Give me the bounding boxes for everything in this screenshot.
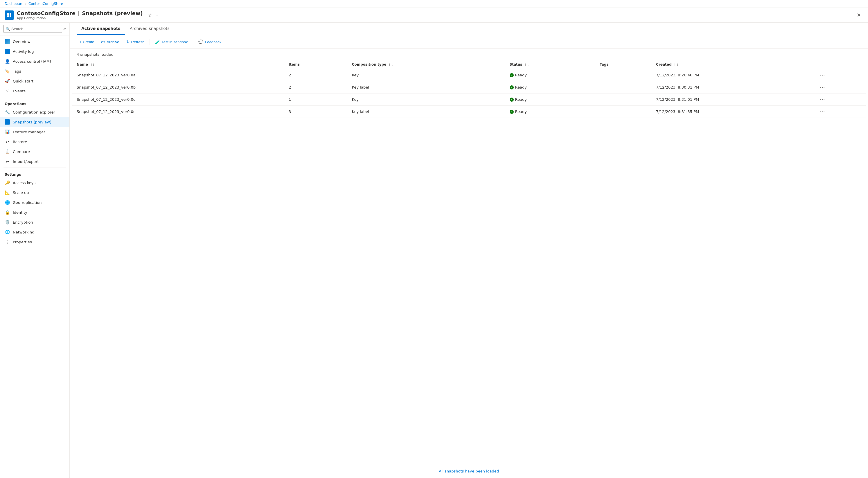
cell-composition-0: Key <box>347 69 505 81</box>
svg-rect-2 <box>7 15 9 17</box>
footer-loaded-message: All snapshots have been loaded <box>70 464 868 478</box>
cell-row-actions-2[interactable]: ··· <box>814 94 866 106</box>
keys-icon: 🔑 <box>5 180 10 185</box>
collapse-sidebar-button[interactable]: « <box>63 26 66 32</box>
sidebar-item-events[interactable]: ⚡ Events <box>0 86 69 96</box>
close-button[interactable]: ✕ <box>854 11 863 20</box>
resource-name: ContosoConfigStore <box>17 10 75 16</box>
cell-status-0: Ready <box>505 69 595 81</box>
cell-items-3: 3 <box>284 106 347 118</box>
col-name[interactable]: Name ↑↓ <box>72 60 284 69</box>
iam-icon: 👤 <box>5 59 10 64</box>
col-composition[interactable]: Composition type ↑↓ <box>347 60 505 69</box>
resource-separator: | <box>78 10 80 16</box>
cell-created-2: 7/12/2023, 8:31:01 PM <box>651 94 814 106</box>
favorite-button[interactable]: ☆ <box>148 12 152 18</box>
snapshots-icon <box>5 119 10 125</box>
cell-items-0: 2 <box>284 69 347 81</box>
cell-composition-1: Key label <box>347 81 505 94</box>
cell-composition-2: Key <box>347 94 505 106</box>
refresh-button[interactable]: ↻ Refresh <box>123 38 148 45</box>
tab-archived-snapshots[interactable]: Archived snapshots <box>125 23 174 35</box>
refresh-icon: ↻ <box>126 39 130 44</box>
sidebar-item-geo-replication[interactable]: 🌐 Geo-replication <box>0 197 69 208</box>
status-ready-dot <box>510 85 514 90</box>
sandbox-icon: 🧪 <box>155 39 160 44</box>
row-more-button[interactable]: ··· <box>818 84 826 90</box>
search-icon: 🔍 <box>6 27 10 31</box>
sidebar-item-compare[interactable]: 📋 Compare <box>0 147 69 157</box>
cell-name-2: Snapshot_07_12_2023_ver0.0c <box>72 94 284 106</box>
sort-status-icon: ↑↓ <box>524 63 529 66</box>
cell-composition-3: Key label <box>347 106 505 118</box>
toolbar-separator-2 <box>193 39 193 45</box>
sidebar-item-restore[interactable]: ↩️ Restore <box>0 137 69 147</box>
sort-created-icon: ↑↓ <box>674 63 679 66</box>
config-icon: 🔧 <box>5 109 10 115</box>
overview-icon <box>5 39 10 44</box>
resource-icon <box>5 10 14 20</box>
svg-rect-0 <box>7 13 9 15</box>
sidebar-item-import-export[interactable]: ↔️ Import/export <box>0 157 69 166</box>
feedback-button[interactable]: 💬 Feedback <box>195 38 224 45</box>
properties-icon: ⋮ <box>5 239 10 245</box>
cell-created-1: 7/12/2023, 8:30:31 PM <box>651 81 814 94</box>
geo-icon: 🌐 <box>5 200 10 205</box>
sidebar-search-input[interactable] <box>3 25 62 33</box>
col-tags[interactable]: Tags <box>595 60 651 69</box>
sidebar-item-quick-start[interactable]: 🚀 Quick start <box>0 76 69 86</box>
cell-row-actions-3[interactable]: ··· <box>814 106 866 118</box>
sidebar-item-encryption[interactable]: 🛡️ Encryption <box>0 217 69 227</box>
row-more-button[interactable]: ··· <box>818 96 826 102</box>
test-sandbox-button[interactable]: 🧪 Test in sandbox <box>152 38 190 45</box>
operations-section-header: Operations <box>0 98 69 107</box>
create-button[interactable]: + Create <box>77 38 97 45</box>
table-row: Snapshot_07_12_2023_ver0.0a 2 Key Ready … <box>72 69 866 81</box>
tab-active-snapshots[interactable]: Active snapshots <box>77 23 125 35</box>
sidebar-item-feature-manager[interactable]: 📊 Feature manager <box>0 127 69 137</box>
sidebar-item-scale-up[interactable]: 📐 Scale up <box>0 188 69 197</box>
cell-status-1: Ready <box>505 81 595 94</box>
sidebar-item-identity[interactable]: 🔒 Identity <box>0 208 69 217</box>
table-row: Snapshot_07_12_2023_ver0.0c 1 Key Ready … <box>72 94 866 106</box>
cell-name-0: Snapshot_07_12_2023_ver0.0a <box>72 69 284 81</box>
breadcrumb-current[interactable]: ContosoConfigStore <box>28 2 63 6</box>
tab-bar: Active snapshots Archived snapshots <box>77 23 861 35</box>
sidebar-item-snapshots[interactable]: Snapshots (preview) <box>0 117 69 127</box>
tags-icon: 🏷️ <box>5 68 10 74</box>
status-ready-dot <box>510 73 514 77</box>
row-more-button[interactable]: ··· <box>818 72 826 78</box>
quickstart-icon: 🚀 <box>5 78 10 84</box>
cell-row-actions-1[interactable]: ··· <box>814 81 866 94</box>
col-status[interactable]: Status ↑↓ <box>505 60 595 69</box>
status-ready-dot <box>510 98 514 102</box>
row-more-button[interactable]: ··· <box>818 108 826 115</box>
sidebar-item-config-explorer[interactable]: 🔧 Configuration explorer <box>0 107 69 117</box>
sidebar-item-properties[interactable]: ⋮ Properties <box>0 237 69 247</box>
table-row: Snapshot_07_12_2023_ver0.0d 3 Key label … <box>72 106 866 118</box>
col-items[interactable]: Items <box>284 60 347 69</box>
sidebar-item-activity-log[interactable]: Activity log <box>0 46 69 56</box>
encryption-icon: 🛡️ <box>5 220 10 225</box>
sidebar-item-tags[interactable]: 🏷️ Tags <box>0 66 69 76</box>
compare-icon: 📋 <box>5 149 10 154</box>
col-created[interactable]: Created ↑↓ <box>651 60 814 69</box>
cell-created-0: 7/12/2023, 8:26:46 PM <box>651 69 814 81</box>
importexport-icon: ↔️ <box>5 159 10 164</box>
sort-composition-icon: ↑↓ <box>389 63 394 66</box>
more-options-button[interactable]: ··· <box>154 12 158 18</box>
status-ready-dot <box>510 110 514 114</box>
cell-name-3: Snapshot_07_12_2023_ver0.0d <box>72 106 284 118</box>
cell-row-actions-0[interactable]: ··· <box>814 69 866 81</box>
sidebar-item-networking[interactable]: 🌐 Networking <box>0 227 69 237</box>
resource-subtitle: App Configuration <box>17 16 143 20</box>
archive-button[interactable]: 🗃 Archive <box>98 38 122 45</box>
cell-tags-2 <box>595 94 651 106</box>
cell-name-1: Snapshot_07_12_2023_ver0.0b <box>72 81 284 94</box>
identity-icon: 🔒 <box>5 210 10 215</box>
breadcrumb-parent[interactable]: Dashboard <box>5 2 24 6</box>
cell-status-3: Ready <box>505 106 595 118</box>
sidebar-item-access-keys[interactable]: 🔑 Access keys <box>0 178 69 188</box>
sidebar-item-access-control[interactable]: 👤 Access control (IAM) <box>0 56 69 66</box>
sidebar-item-overview[interactable]: Overview <box>0 37 69 46</box>
